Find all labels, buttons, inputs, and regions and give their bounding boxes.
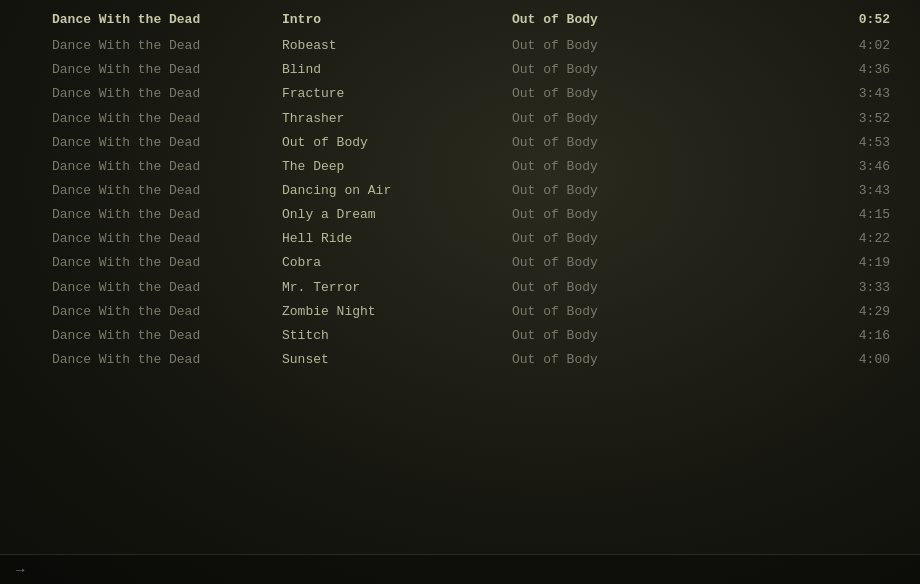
track-title: Out of Body bbox=[282, 133, 512, 153]
track-artist: Dance With the Dead bbox=[52, 205, 282, 225]
track-row[interactable]: Dance With the Dead Blind Out of Body 4:… bbox=[0, 58, 920, 82]
track-artist: Dance With the Dead bbox=[52, 109, 282, 129]
track-artist: Dance With the Dead bbox=[52, 181, 282, 201]
track-duration: 4:02 bbox=[840, 36, 900, 56]
track-album: Out of Body bbox=[512, 326, 642, 346]
track-artist: Dance With the Dead bbox=[52, 350, 282, 370]
track-duration: 4:00 bbox=[840, 350, 900, 370]
track-title: The Deep bbox=[282, 157, 512, 177]
track-title: Fracture bbox=[282, 84, 512, 104]
header-artist: Dance With the Dead bbox=[52, 10, 282, 30]
track-duration: 4:36 bbox=[840, 60, 900, 80]
track-album: Out of Body bbox=[512, 350, 642, 370]
track-album: Out of Body bbox=[512, 229, 642, 249]
track-list: Dance With the Dead Intro Out of Body 0:… bbox=[0, 0, 920, 380]
track-title: Robeast bbox=[282, 36, 512, 56]
track-duration: 4:29 bbox=[840, 302, 900, 322]
track-row[interactable]: Dance With the Dead Dancing on Air Out o… bbox=[0, 179, 920, 203]
header-duration: 0:52 bbox=[840, 10, 900, 30]
track-album: Out of Body bbox=[512, 157, 642, 177]
track-row[interactable]: Dance With the Dead Out of Body Out of B… bbox=[0, 131, 920, 155]
track-artist: Dance With the Dead bbox=[52, 302, 282, 322]
track-row[interactable]: Dance With the Dead Thrasher Out of Body… bbox=[0, 107, 920, 131]
track-title: Zombie Night bbox=[282, 302, 512, 322]
track-artist: Dance With the Dead bbox=[52, 157, 282, 177]
track-title: Thrasher bbox=[282, 109, 512, 129]
track-album: Out of Body bbox=[512, 84, 642, 104]
header-title: Intro bbox=[282, 10, 512, 30]
track-title: Cobra bbox=[282, 253, 512, 273]
track-album: Out of Body bbox=[512, 109, 642, 129]
track-row[interactable]: Dance With the Dead Hell Ride Out of Bod… bbox=[0, 227, 920, 251]
header-album: Out of Body bbox=[512, 10, 642, 30]
track-row[interactable]: Dance With the Dead Sunset Out of Body 4… bbox=[0, 348, 920, 372]
arrow-icon: → bbox=[16, 562, 24, 578]
track-duration: 4:16 bbox=[840, 326, 900, 346]
track-title: Only a Dream bbox=[282, 205, 512, 225]
bottom-bar: → bbox=[0, 554, 920, 584]
track-album: Out of Body bbox=[512, 205, 642, 225]
track-duration: 3:46 bbox=[840, 157, 900, 177]
track-duration: 3:52 bbox=[840, 109, 900, 129]
track-artist: Dance With the Dead bbox=[52, 36, 282, 56]
track-duration: 4:22 bbox=[840, 229, 900, 249]
track-row[interactable]: Dance With the Dead Zombie Night Out of … bbox=[0, 300, 920, 324]
track-album: Out of Body bbox=[512, 133, 642, 153]
track-duration: 4:19 bbox=[840, 253, 900, 273]
track-album: Out of Body bbox=[512, 36, 642, 56]
track-title: Stitch bbox=[282, 326, 512, 346]
track-duration: 4:15 bbox=[840, 205, 900, 225]
track-album: Out of Body bbox=[512, 181, 642, 201]
track-album: Out of Body bbox=[512, 60, 642, 80]
track-duration: 3:43 bbox=[840, 181, 900, 201]
track-duration: 3:43 bbox=[840, 84, 900, 104]
track-artist: Dance With the Dead bbox=[52, 253, 282, 273]
track-list-header: Dance With the Dead Intro Out of Body 0:… bbox=[0, 8, 920, 34]
track-title: Dancing on Air bbox=[282, 181, 512, 201]
track-artist: Dance With the Dead bbox=[52, 84, 282, 104]
track-album: Out of Body bbox=[512, 302, 642, 322]
track-row[interactable]: Dance With the Dead Only a Dream Out of … bbox=[0, 203, 920, 227]
track-row[interactable]: Dance With the Dead Fracture Out of Body… bbox=[0, 82, 920, 106]
track-row[interactable]: Dance With the Dead The Deep Out of Body… bbox=[0, 155, 920, 179]
track-row[interactable]: Dance With the Dead Stitch Out of Body 4… bbox=[0, 324, 920, 348]
track-row[interactable]: Dance With the Dead Robeast Out of Body … bbox=[0, 34, 920, 58]
track-title: Blind bbox=[282, 60, 512, 80]
track-title: Hell Ride bbox=[282, 229, 512, 249]
track-row[interactable]: Dance With the Dead Cobra Out of Body 4:… bbox=[0, 251, 920, 275]
track-row[interactable]: Dance With the Dead Mr. Terror Out of Bo… bbox=[0, 276, 920, 300]
track-artist: Dance With the Dead bbox=[52, 326, 282, 346]
track-artist: Dance With the Dead bbox=[52, 60, 282, 80]
track-title: Mr. Terror bbox=[282, 278, 512, 298]
track-duration: 3:33 bbox=[840, 278, 900, 298]
track-title: Sunset bbox=[282, 350, 512, 370]
track-artist: Dance With the Dead bbox=[52, 278, 282, 298]
track-artist: Dance With the Dead bbox=[52, 229, 282, 249]
track-artist: Dance With the Dead bbox=[52, 133, 282, 153]
track-duration: 4:53 bbox=[840, 133, 900, 153]
track-album: Out of Body bbox=[512, 278, 642, 298]
track-album: Out of Body bbox=[512, 253, 642, 273]
